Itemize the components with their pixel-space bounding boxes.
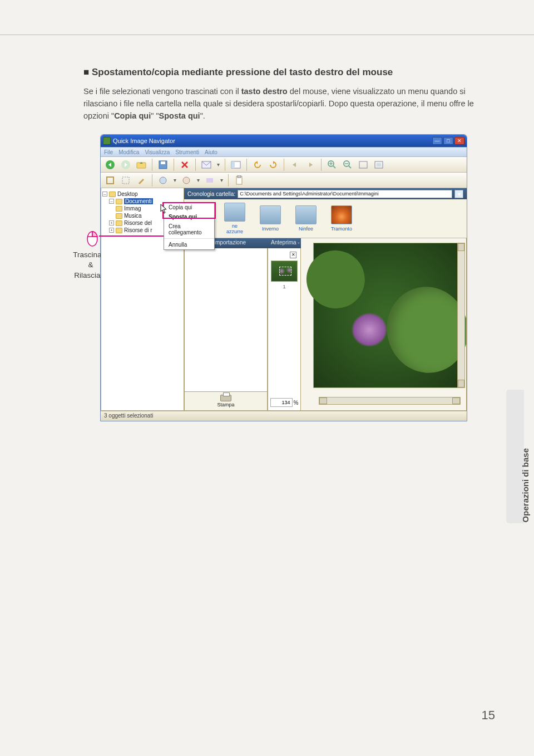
print-button[interactable]: Stampa bbox=[184, 392, 268, 411]
tree-musica[interactable]: Musica bbox=[124, 213, 142, 219]
scroll-right-icon[interactable] bbox=[452, 397, 460, 404]
body-b1: tasto destro bbox=[241, 87, 288, 96]
expand-icon[interactable]: + bbox=[109, 228, 114, 233]
dropdown-icon[interactable]: ▾ bbox=[196, 177, 200, 183]
prev-icon[interactable] bbox=[289, 159, 301, 171]
path-input[interactable] bbox=[238, 190, 452, 198]
folder-icon bbox=[116, 220, 122, 226]
fit-icon[interactable] bbox=[357, 159, 369, 171]
crop-icon[interactable] bbox=[104, 174, 116, 186]
folder-icon bbox=[116, 213, 122, 219]
menu-edit[interactable]: Modifica bbox=[118, 149, 139, 155]
thumbnail-item[interactable]: ne azzurre bbox=[223, 203, 246, 234]
import-body[interactable] bbox=[184, 248, 268, 392]
close-button[interactable]: ✕ bbox=[454, 137, 464, 145]
ctx-copy-here[interactable]: Copia qui bbox=[164, 203, 214, 212]
adjust2-icon[interactable] bbox=[180, 174, 192, 186]
preview-pane bbox=[301, 238, 467, 411]
forward-icon[interactable] bbox=[120, 159, 132, 171]
folder-icon bbox=[116, 199, 122, 204]
svg-rect-13 bbox=[377, 163, 381, 166]
body-t: Se i file selezionati vengono trascinati… bbox=[83, 87, 241, 96]
dropdown-icon[interactable]: ▾ bbox=[219, 177, 224, 183]
zoom-percent-label: % bbox=[294, 400, 299, 406]
adjust1-icon[interactable] bbox=[157, 174, 169, 186]
rotate-left-icon[interactable] bbox=[251, 159, 264, 171]
adjust3-icon[interactable] bbox=[204, 174, 216, 186]
page-number: 15 bbox=[482, 708, 495, 723]
toolbar-separator bbox=[195, 159, 196, 171]
expand-icon[interactable]: + bbox=[109, 220, 114, 225]
zoom-input[interactable] bbox=[270, 398, 293, 407]
thumbnail-item[interactable]: Ninfee bbox=[294, 205, 318, 232]
next-icon[interactable] bbox=[304, 159, 317, 171]
svg-rect-11 bbox=[359, 161, 367, 168]
toolbar-separator bbox=[174, 159, 174, 171]
close-thumb-icon[interactable]: ✕ bbox=[290, 252, 296, 258]
mail-icon[interactable] bbox=[200, 159, 212, 171]
ctx-create-link[interactable]: Crea collegamento bbox=[164, 222, 214, 237]
minimize-button[interactable]: — bbox=[432, 137, 442, 145]
screenshot-figure: Trascinare & Rilasciare Quick Image Navi… bbox=[100, 134, 467, 421]
actual-size-icon[interactable] bbox=[373, 159, 385, 171]
thumbnail-item[interactable]: Tramonto bbox=[330, 205, 353, 232]
delete-icon[interactable] bbox=[179, 159, 191, 171]
svg-rect-15 bbox=[122, 177, 129, 184]
menu-file[interactable]: File bbox=[104, 149, 113, 155]
tree-risorse-rete[interactable]: Risorse di r bbox=[124, 227, 152, 233]
menu-tools[interactable]: Strumenti bbox=[175, 149, 199, 155]
toolbar-separator bbox=[152, 174, 152, 186]
tree-risorse-computer[interactable]: Risorse del bbox=[124, 220, 152, 226]
tree-documenti[interactable]: Documenti bbox=[124, 198, 153, 204]
preview-image bbox=[313, 243, 461, 388]
select-icon[interactable] bbox=[120, 174, 132, 186]
collapse-icon[interactable]: – bbox=[109, 199, 114, 204]
preview-header: Anteprima - [Ninfee.jpg] bbox=[268, 238, 301, 248]
dropdown-icon[interactable]: ▾ bbox=[216, 161, 220, 168]
tree-desktop[interactable]: Desktop bbox=[117, 191, 138, 197]
scroll-down-icon[interactable] bbox=[458, 380, 464, 387]
zoom-in-icon[interactable] bbox=[326, 159, 338, 171]
body-t3: " " bbox=[151, 111, 159, 120]
menu-view[interactable]: Visualizza bbox=[145, 149, 170, 155]
thumbnail-strip: ne azzurre Inverno Ninfee Tramonto bbox=[184, 199, 467, 238]
thumb-label: Ninfee bbox=[299, 226, 313, 232]
layout-icon[interactable] bbox=[230, 159, 242, 171]
vertical-scrollbar[interactable] bbox=[457, 243, 465, 388]
clipboard-icon[interactable] bbox=[233, 174, 245, 186]
svg-rect-8 bbox=[231, 161, 235, 168]
import-pane: Cartella di importazione Stampa bbox=[184, 238, 268, 411]
printer-icon bbox=[220, 395, 231, 401]
thumb-label: ne azzurre bbox=[223, 223, 246, 234]
app-window: Quick Image Navigator — □ ✕ File Modific… bbox=[100, 134, 467, 421]
scroll-left-icon[interactable] bbox=[319, 397, 327, 404]
menu-help[interactable]: Aiuto bbox=[205, 149, 217, 155]
ctx-cancel[interactable]: Annulla bbox=[164, 240, 214, 249]
context-menu: Copia qui Sposta qui Crea collegamento A… bbox=[164, 202, 215, 250]
folder-up-icon[interactable] bbox=[135, 159, 147, 171]
brush-icon[interactable] bbox=[135, 174, 147, 186]
folder-icon bbox=[109, 192, 116, 197]
preview-canvas[interactable] bbox=[301, 238, 467, 411]
content-area: Spostamento/copia mediante pressione del… bbox=[83, 67, 484, 421]
collapse-icon[interactable]: – bbox=[102, 192, 107, 197]
path-dropdown-icon[interactable]: ▾ bbox=[454, 190, 463, 198]
app-icon bbox=[103, 137, 111, 145]
svg-rect-5 bbox=[161, 161, 165, 164]
body-b2: Copia qui bbox=[114, 111, 151, 120]
zoom-out-icon[interactable] bbox=[342, 159, 354, 171]
save-icon[interactable] bbox=[157, 159, 169, 171]
main-area: –Desktop –Documenti Immag Musica +Risors… bbox=[101, 188, 467, 411]
back-icon[interactable] bbox=[104, 159, 116, 171]
rotate-right-icon[interactable] bbox=[267, 159, 279, 171]
svg-point-17 bbox=[183, 177, 190, 184]
dropdown-icon[interactable]: ▾ bbox=[172, 177, 177, 183]
svg-rect-18 bbox=[206, 178, 213, 183]
mini-thumbnail[interactable] bbox=[271, 261, 298, 282]
horizontal-scrollbar[interactable] bbox=[319, 397, 461, 405]
thumbnail-item[interactable]: Inverno bbox=[259, 205, 282, 232]
tree-immagini[interactable]: Immag bbox=[124, 205, 141, 212]
maximize-button[interactable]: □ bbox=[443, 137, 453, 145]
scroll-up-icon[interactable] bbox=[458, 243, 464, 251]
ctx-move-here[interactable]: Sposta qui bbox=[164, 212, 214, 222]
